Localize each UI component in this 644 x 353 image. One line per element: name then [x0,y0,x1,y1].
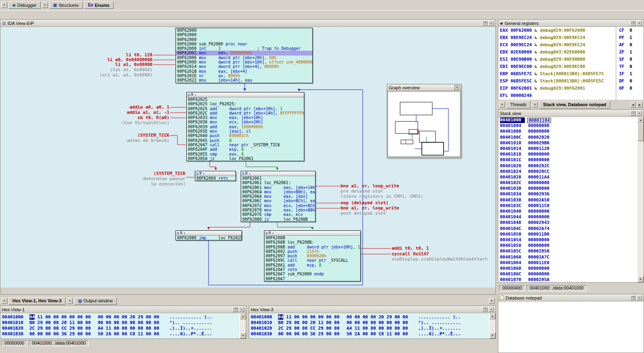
hex-row[interactable]: 004010202C 29 00 00 CC 29 00 00A4 11 00 … [249,326,495,331]
hex-row[interactable]: 0040100004 11 00 00 00 00 00 0000 00 00 … [249,314,495,320]
stack-row[interactable]: 0040105C00002950 [498,248,644,254]
scrollbar-thumb[interactable] [638,123,644,141]
stack-row[interactable]: 0040100000001104 [498,117,644,123]
asm-line[interactable]: 00F62061 mov eax, [ebx+14h] [241,185,315,190]
stack-row[interactable]: 0040103000000000 [498,186,644,191]
asm-line[interactable]: 00F62033 mov eax, [ebx+10h] [187,115,304,120]
notepad-titlebar[interactable]: Database notepad ❐ × [498,294,644,302]
asm-line[interactable]: 00F62014 mov dword ptr [ebx+4], 80000h [176,64,312,69]
stack-row[interactable]: 0040103800002A50 [498,197,644,203]
close-tab-button[interactable]: × [499,102,505,108]
register-row[interactable]: EAX 00F62000 ↳ debug029:00F62000CF0 [498,28,644,35]
stack-view-titlebar[interactable]: Stack view ❐ × [498,110,644,117]
asm-line[interactable]: 00F62045 push 8 [187,138,304,143]
asm-line[interactable]: 00F62000 [176,37,312,42]
close-button[interactable]: × [239,307,244,312]
asm-line[interactable]: 00F620A7 [264,277,360,281]
register-row[interactable]: ESP 06D5FE5C ↳ Stack[000013B0]:06D5FE5CD… [498,78,644,86]
stack-row[interactable]: 0040100400000000 [498,123,644,129]
stack-row[interactable]: 0040106800000000 [498,266,644,271]
hex-view-3-titlebar[interactable]: Hex View-3 ❐ × [249,306,495,313]
asm-line[interactable]: 00F6201B mov eax, [ebx+4] [176,69,312,74]
restore-button[interactable]: ❐ [630,295,636,300]
asm-line[interactable]: 00F62055 cmp eax, 0 [187,152,304,156]
close-button[interactable]: × [636,295,642,300]
tab-structures[interactable]: ▦Structures [49,1,83,9]
asm-line[interactable]: 00F62000 int 3 ; Trap to Debugger [176,46,312,51]
asm-line[interactable]: 00F62047 call near ptr _SYSTEM_TICK [187,143,304,147]
asm-line[interactable]: 00F62006 mov dword ptr [ebx+20h], 80h [176,55,312,60]
asm-line[interactable]: 00F62025 [187,97,304,102]
tab-debugger[interactable]: ◆Debugger [8,1,41,9]
selected-byte[interactable]: 04 [29,314,35,320]
asm-line[interactable]: 00F620A7 retn [264,267,360,272]
registers-titlebar[interactable]: ◆ General registers ❐ × [498,20,644,27]
asm-line[interactable]: 00F62092 push 2147h [264,249,360,254]
scroll-down-icon[interactable]: ▼ [489,332,495,339]
asm-line[interactable]: 00F6205A jz loc_F62061 [187,156,304,161]
basic-block[interactable]: ▤N↓00F6206100F62061 loc_F62061:00F62061 … [241,171,316,222]
asm-line[interactable]: 00F62060 retn [195,176,235,181]
asm-line[interactable]: 00F6208B add dword ptr [ebx+20h], 1 [264,245,360,249]
register-row[interactable]: EIP 00F62001 ↳ debug029:00F62001OF0 [498,86,644,93]
asm-line[interactable]: 00F62000 [176,28,312,33]
tab-stack-view-database-notepad[interactable]: Stack view, Database notepad [539,101,610,109]
register-row[interactable]: EBX 00E9EC24 ↳ debug029:00E9EC24PF1 [498,35,644,42]
asm-line[interactable]: 00F6200D mov dword ptr [ebx+10h], offset… [176,60,312,64]
asm-line[interactable]: 00F62086 jmp loc_F62025 [176,236,242,240]
register-row[interactable]: ECX 00E9EC24 ↳ debug029:00E9EC24AF0 [498,42,644,49]
stack-row[interactable]: 0040106C00000000 [498,271,644,277]
hex-view-3-body[interactable]: ▲ ▼ 0040100004 11 00 00 00 00 00 0000 00… [249,313,495,339]
hex-row[interactable]: 0040100004 11 00 00 00 00 00 0000 00 00 … [0,314,246,320]
stack-row[interactable]: 00401050000011D0 [498,232,644,237]
stack-row[interactable]: 0040105400000000 [498,237,644,243]
flag-value[interactable]: 0 [630,42,632,47]
asm-line[interactable]: 00F6208B loc_F6208B: [264,240,360,244]
asm-line[interactable]: 00F6202C add dword ptr [ebx+14h], 0FFFFF… [187,111,304,115]
asm-line[interactable]: 00F62025 loc_F62025: [187,102,304,106]
stack-row[interactable]: 00401024000029CC [498,169,644,174]
stack-row[interactable]: 004010200000292C [498,163,644,169]
asm-line[interactable]: 00F620A1 add esp, 8 [264,263,360,267]
flag-value[interactable]: 1 [630,35,632,40]
asm-line[interactable]: 00F6206A mov eax, [ebx] [241,194,315,199]
register-row[interactable]: ESI 00E90B00 ↳ debug029:00E90B00SF0 [498,57,644,64]
stack-row[interactable]: 0040105800000000 [498,243,644,248]
asm-line[interactable]: 00F6206C mov [ebx+8Ch], eax [241,199,315,203]
asm-line[interactable]: 00F62022 mov [ebx+14h], eax [176,78,312,82]
stack-row[interactable]: 004010700000295A [498,277,644,282]
asm-line[interactable]: 00F6203E mov [eax], cl [187,129,304,133]
basic-block[interactable]: ▤N↓00F6202500F62025 loc_F62025:00F62025 … [186,92,304,161]
stack-row[interactable]: 0040103C000011C8 [498,203,644,209]
flag-value[interactable]: 0 [630,64,632,69]
stack-row[interactable]: 0040101800000000 [498,152,644,157]
hex-row[interactable]: 00401010B0 29 00 00 20 11 00 0000 00 00 … [249,320,495,326]
close-icon[interactable]: × [454,85,459,90]
close-tab-button[interactable]: × [532,102,538,108]
basic-block[interactable]: ▤N↓00F6208B00F6208B loc_F6208B:00F6208B … [264,230,361,281]
close-button[interactable]: × [488,21,494,26]
restore-button[interactable]: ❐ [630,111,636,116]
scroll-up-icon[interactable]: ▲ [489,313,495,319]
restore-button[interactable]: ❐ [630,21,636,26]
stack-row[interactable]: 0040100C00002920 [498,135,644,140]
hex-3-scrollbar[interactable]: ▲ ▼ [489,313,495,339]
register-row[interactable]: EBP 06D5FE7C ↳ Stack[000013B0]:06D5FE7CI… [498,71,644,78]
flag-value[interactable]: 0 [630,86,632,91]
flag-value[interactable]: 0 [630,57,632,62]
basic-block[interactable]: 00F6200000F6200000F6200000F62000 sub_F62… [175,28,313,83]
basic-block[interactable]: ▤N↓00F62086 jmp loc_F62025 [175,230,242,240]
basic-block[interactable]: ▤N↓00F62060 retn [195,171,236,181]
notepad-editor[interactable] [498,302,644,353]
asm-line[interactable]: 00F62064 mov [ebx+88h], eax [241,190,315,194]
selected-byte[interactable]: 04 [278,314,283,320]
stack-row[interactable]: 0040103400002936 [498,191,644,197]
tab-threads[interactable]: Threads [506,101,530,109]
tab-enums[interactable]: EnEnums [84,1,114,9]
stack-scrollbar[interactable]: ▲ ▼ [637,117,644,282]
hex-row[interactable]: 0040103000 00 00 00 36 29 00 0050 2A 00 … [249,331,495,337]
stack-row[interactable]: 0040101C00000000 [498,157,644,163]
scroll-down-icon[interactable]: ▼ [240,332,246,339]
flag-value[interactable]: 0 [630,28,632,33]
asm-line[interactable]: 00F62097 push 8900028h [264,254,360,258]
